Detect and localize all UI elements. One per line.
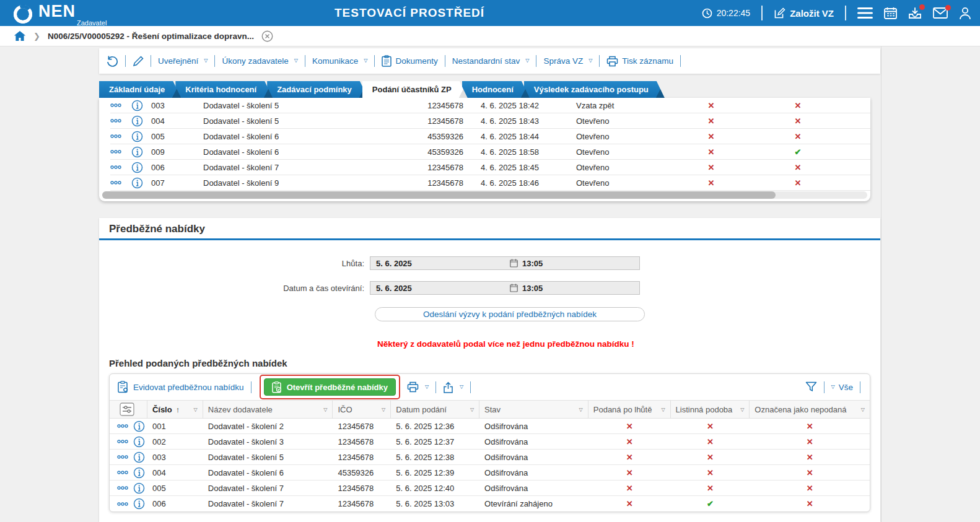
menu-hamburger-icon[interactable] xyxy=(857,7,873,19)
tab[interactable]: Podání účastníků ZP xyxy=(362,81,468,98)
caret-down-icon[interactable]: ▽ xyxy=(470,407,474,412)
ellipsis-icon[interactable] xyxy=(117,485,128,490)
oteviranie-field[interactable]: 5. 6. 2025 13:05 xyxy=(370,281,640,295)
column-header-nazev[interactable]: Název dodavatele▽ xyxy=(203,400,333,419)
info-icon[interactable] xyxy=(133,436,145,448)
column-header-cislo[interactable]: Číslo ↑ ▽ xyxy=(147,400,203,419)
lhuta-date-value[interactable]: 5. 6. 2025 xyxy=(370,259,510,268)
tab[interactable]: Kritéria hodnocení xyxy=(175,81,273,98)
undo-button[interactable] xyxy=(107,55,118,67)
inbox-download-button[interactable] xyxy=(908,7,922,20)
cell-mark-2: ✕ xyxy=(755,101,841,110)
toolbar-item-ukony-zadavatele[interactable]: Úkony zadavatele▽ xyxy=(222,56,297,66)
table-row[interactable]: 005 Dodavatel - školení 6 45359326 4. 6.… xyxy=(110,129,870,144)
evidovat-nabidku-button[interactable]: Evidovat předběžnou nabídku xyxy=(118,381,244,393)
toolbar-item-komunikace[interactable]: Komunikace▽ xyxy=(312,56,367,66)
caret-down-icon[interactable]: ▽ xyxy=(661,407,665,412)
table-row[interactable]: 006 Dodavatel - školení 7 12345678 5. 6.… xyxy=(110,496,870,511)
column-header-po-lhute[interactable]: Podaná po lhůtě▽ xyxy=(588,400,671,419)
info-icon[interactable] xyxy=(133,451,145,463)
export-menu-button[interactable]: ▽ xyxy=(443,381,463,393)
edit-record-button[interactable] xyxy=(133,56,144,67)
table-row[interactable]: 003 Dodavatel - školení 5 12345678 5. 6.… xyxy=(110,450,870,465)
row-info-button[interactable] xyxy=(131,131,150,142)
cell-listinna-podoba: ✕ xyxy=(671,484,750,493)
table-row[interactable]: 003 Dodavatel - školení 5 12345678 4. 6.… xyxy=(110,98,870,113)
lhuta-field[interactable]: 5. 6. 2025 13:05 xyxy=(370,256,640,270)
ellipsis-icon[interactable] xyxy=(117,502,128,507)
caret-down-icon[interactable]: ▽ xyxy=(194,407,198,412)
ellipsis-icon[interactable] xyxy=(117,424,128,428)
lhuta-time-value[interactable]: 13:05 xyxy=(510,259,543,268)
ellipsis-icon[interactable] xyxy=(117,439,128,444)
calendar-icon[interactable] xyxy=(884,7,897,19)
toolbar-item-sprava-vz[interactable]: Správa VZ▽ xyxy=(543,56,592,66)
oteviranie-date-value[interactable]: 5. 6. 2025 xyxy=(370,284,510,293)
oteviranie-time-value[interactable]: 13:05 xyxy=(510,284,543,293)
tab[interactable]: Zadávací podmínky xyxy=(267,81,368,98)
row-menu-button[interactable] xyxy=(110,103,131,108)
row-menu-button[interactable] xyxy=(110,165,131,170)
table-settings-button[interactable] xyxy=(120,402,134,416)
table-row[interactable]: 007 Dodavatel - školení 9 12345678 4. 6.… xyxy=(110,175,870,191)
caret-down-icon[interactable]: ▽ xyxy=(323,407,327,412)
tab[interactable]: Hodnocení xyxy=(462,81,530,98)
table-row[interactable]: 005 Dodavatel - školení 7 12345678 5. 6.… xyxy=(110,481,870,496)
row-menu-button[interactable] xyxy=(110,180,131,185)
messages-button[interactable] xyxy=(933,7,948,19)
brand[interactable]: NENZadavatel xyxy=(12,2,107,25)
clipboard-check-icon xyxy=(272,381,282,393)
info-icon[interactable] xyxy=(133,467,145,479)
scrollbar-thumb[interactable] xyxy=(102,191,776,199)
column-header-stav[interactable]: Stav▽ xyxy=(479,400,588,419)
table-row[interactable]: 009 Dodavatel - školení 6 45359326 4. 6.… xyxy=(110,144,870,160)
table-row[interactable]: 002 Dodavatel - školení 3 12345678 5. 6.… xyxy=(110,434,870,450)
tab[interactable]: Základní údaje xyxy=(99,81,181,98)
toolbar-item-tisk-zaznamu[interactable]: Tisk záznamu xyxy=(606,56,673,67)
table-row[interactable]: 004 Dodavatel - školení 5 12345678 4. 6.… xyxy=(110,113,870,129)
row-menu-button[interactable] xyxy=(110,134,131,139)
page: NENZadavatel TESTOVACÍ PROSTŘEDÍ 20:22:4… xyxy=(0,0,980,522)
cell-listinna-podoba: ✕ xyxy=(671,468,750,477)
column-header-ico[interactable]: IČO▽ xyxy=(333,400,391,419)
column-header-listinna[interactable]: Listinná podoba▽ xyxy=(671,400,750,419)
caret-down-icon[interactable]: ▽ xyxy=(579,407,583,412)
home-icon[interactable] xyxy=(14,30,26,41)
row-info-button[interactable] xyxy=(131,162,150,173)
row-info-button[interactable] xyxy=(131,146,150,158)
filter-button[interactable] xyxy=(805,381,817,393)
info-icon[interactable] xyxy=(133,482,145,494)
print-menu-button[interactable]: ▽ xyxy=(407,381,429,393)
cell-stav: Vzata zpět xyxy=(550,101,668,110)
close-record-icon[interactable] xyxy=(261,30,273,42)
toolbar-item-uverejneni[interactable]: Uveřejnění▽ xyxy=(158,56,208,66)
info-icon[interactable] xyxy=(133,498,145,510)
column-header-datum[interactable]: Datum podání▽ xyxy=(391,400,479,419)
row-menu-button[interactable] xyxy=(110,118,131,123)
toolbar-item-nestandardni-stav[interactable]: Nestandardní stav▽ xyxy=(452,56,530,66)
ellipsis-icon[interactable] xyxy=(117,470,128,475)
row-info-button[interactable] xyxy=(131,100,150,111)
divider xyxy=(435,381,436,393)
row-menu-button[interactable] xyxy=(110,149,131,154)
caret-down-icon[interactable]: ▽ xyxy=(382,407,385,412)
user-icon[interactable] xyxy=(959,7,971,20)
caret-down-icon[interactable]: ▽ xyxy=(861,407,865,412)
table-row[interactable]: 006 Dodavatel - školení 7 12345678 4. 6.… xyxy=(110,160,870,175)
column-header-nepodana[interactable]: Označena jako nepodaná▽ xyxy=(750,400,870,419)
caret-down-icon[interactable]: ▽ xyxy=(740,407,744,412)
tab[interactable]: Výsledek zadávacího postupu xyxy=(524,81,665,98)
ellipsis-icon[interactable] xyxy=(117,455,128,459)
horizontal-scrollbar[interactable] xyxy=(102,191,867,199)
row-info-button[interactable] xyxy=(131,177,150,189)
table-row[interactable]: 001 Dodavatel - školení 2 12345678 5. 6.… xyxy=(110,419,870,434)
record-crumb[interactable]: N006/25/V00005292 - Řešení optimalizace … xyxy=(48,32,254,41)
toolbar-item-dokumenty[interactable]: Dokumenty xyxy=(382,55,437,67)
send-call-button[interactable]: Odeslání výzvy k podání předběžných nabí… xyxy=(375,307,645,321)
row-info-button[interactable] xyxy=(131,115,150,127)
otevrit-nabidky-button[interactable]: Otevřít předběžné nabídky xyxy=(264,378,396,396)
info-icon[interactable] xyxy=(133,420,145,432)
filter-vse-dropdown[interactable]: ▽ Vše xyxy=(831,383,853,392)
create-vz-button[interactable]: Založit VZ xyxy=(774,7,834,19)
table-row[interactable]: 004 Dodavatel - školení 6 45359326 5. 6.… xyxy=(110,465,870,481)
